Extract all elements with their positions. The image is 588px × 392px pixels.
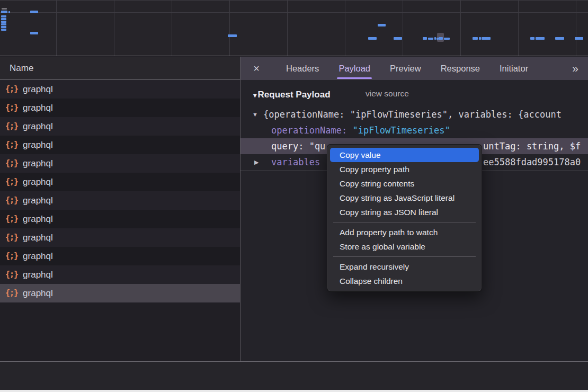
waterfall-bar[interactable] xyxy=(1,23,6,25)
request-row[interactable]: {;}graphql xyxy=(0,173,240,191)
request-row[interactable]: {;}graphql xyxy=(0,284,240,302)
tree-row-root[interactable]: ▼ {operationName: "ipFlowTimeseries", va… xyxy=(240,106,588,122)
waterfall-bar[interactable] xyxy=(1,26,6,28)
name-column-header[interactable]: Name xyxy=(0,57,240,80)
json-icon: {;} xyxy=(5,233,18,242)
waterfall-bar[interactable] xyxy=(555,37,564,40)
tab-bar: × HeadersPayloadPreviewResponseInitiator… xyxy=(240,57,588,80)
waterfall-bar[interactable] xyxy=(444,38,450,40)
menu-item-copy-string-contents[interactable]: Copy string contents xyxy=(330,176,479,191)
menu-item-add-property-path-to-watch[interactable]: Add property path to watch xyxy=(330,225,479,239)
waterfall-bar[interactable] xyxy=(1,29,6,31)
tab-headers[interactable]: Headers xyxy=(286,57,319,80)
waterfall-bar[interactable] xyxy=(423,37,427,40)
request-row[interactable]: {;}graphql xyxy=(0,117,240,136)
query-text-right: untTag: string, $f xyxy=(483,138,581,154)
request-row[interactable]: {;}graphql xyxy=(0,210,240,228)
footer-strip xyxy=(0,361,588,390)
tab-preview[interactable]: Preview xyxy=(390,57,421,80)
waterfall-bar[interactable] xyxy=(368,37,377,40)
waterfall-bar[interactable] xyxy=(439,37,443,40)
waterfall-bar[interactable] xyxy=(530,37,534,40)
overview-gridline xyxy=(287,1,288,56)
overview-gridline xyxy=(460,1,461,56)
more-tabs-icon[interactable]: » xyxy=(572,62,577,75)
expanded-triangle-icon[interactable]: ▼ xyxy=(252,106,258,122)
overview-gridline xyxy=(114,1,114,56)
context-menu: Copy valueCopy property pathCopy string … xyxy=(327,144,482,292)
close-icon[interactable]: × xyxy=(251,63,262,74)
waterfall-bar[interactable] xyxy=(2,8,7,10)
menu-item-copy-property-path[interactable]: Copy property path xyxy=(330,162,479,176)
json-icon: {;} xyxy=(5,177,18,186)
request-name: graphql xyxy=(23,103,53,113)
menu-item-collapse-children[interactable]: Collapse children xyxy=(330,274,479,288)
overview-strip[interactable] xyxy=(0,0,588,56)
menu-item-copy-string-as-javascript-literal[interactable]: Copy string as JavaScript literal xyxy=(330,191,479,205)
request-list: {;}graphql{;}graphql{;}graphql{;}graphql… xyxy=(0,80,240,361)
request-row[interactable]: {;}graphql xyxy=(0,265,240,284)
menu-separator xyxy=(333,256,476,257)
waterfall-bar[interactable] xyxy=(434,37,436,40)
waterfall-bar[interactable] xyxy=(30,32,38,34)
request-row[interactable]: {;}graphql xyxy=(0,99,240,117)
request-row[interactable]: {;}graphql xyxy=(0,136,240,154)
waterfall-bar[interactable] xyxy=(428,38,433,40)
tree-row-operation-name[interactable]: operationName: "ipFlowTimeseries" xyxy=(240,122,588,138)
tab-payload[interactable]: Payload xyxy=(338,57,370,80)
request-name: graphql xyxy=(23,177,53,188)
waterfall-bar[interactable] xyxy=(8,11,10,13)
request-payload-heading[interactable]: ▾ Request Payload xyxy=(253,88,331,102)
menu-item-expand-recursively[interactable]: Expand recursively xyxy=(330,260,479,274)
collapsed-triangle-icon[interactable]: ▶ xyxy=(254,154,259,170)
window-bottom-edge xyxy=(0,390,588,392)
request-name: graphql xyxy=(23,195,53,206)
waterfall-bar[interactable] xyxy=(228,34,237,37)
waterfall-bar[interactable] xyxy=(1,11,7,13)
tab-response[interactable]: Response xyxy=(441,57,480,80)
request-row[interactable]: {;}graphql xyxy=(0,247,240,265)
request-name: graphql xyxy=(23,270,53,280)
overview-gridline xyxy=(403,1,403,56)
waterfall-bar[interactable] xyxy=(378,24,386,26)
tab-initiator[interactable]: Initiator xyxy=(500,57,528,80)
waterfall-bar[interactable] xyxy=(479,37,481,40)
waterfall-bar[interactable] xyxy=(482,37,491,40)
property-key: operationName: xyxy=(271,125,353,136)
overview-gridline xyxy=(229,1,230,56)
waterfall-bar[interactable] xyxy=(575,37,583,40)
devtools-network-panel: Name × HeadersPayloadPreviewResponseInit… xyxy=(0,0,588,392)
waterfall-bar[interactable] xyxy=(1,15,6,17)
waterfall-bar[interactable] xyxy=(394,37,402,40)
waterfall-bar[interactable] xyxy=(1,21,6,23)
json-icon: {;} xyxy=(5,251,18,261)
menu-item-copy-value[interactable]: Copy value xyxy=(330,148,479,162)
overview-gridline xyxy=(345,1,345,56)
request-row[interactable]: {;}graphql xyxy=(0,191,240,210)
overview-gridline xyxy=(172,1,172,56)
overview-gridline xyxy=(576,1,576,56)
request-name: graphql xyxy=(23,233,53,243)
overview-gridline xyxy=(518,1,519,56)
menu-item-store-as-global-variable[interactable]: Store as global variable xyxy=(330,239,479,254)
request-name: graphql xyxy=(23,251,53,262)
json-icon: {;} xyxy=(5,121,18,131)
view-source-link[interactable]: view source xyxy=(366,89,409,99)
waterfall-bar[interactable] xyxy=(473,37,478,40)
json-icon: {;} xyxy=(5,103,18,112)
json-icon: {;} xyxy=(5,270,18,279)
section-triangle-icon: ▾ xyxy=(253,91,257,99)
request-row[interactable]: {;}graphql xyxy=(0,154,240,173)
name-column-label: Name xyxy=(10,63,33,74)
waterfall-bar[interactable] xyxy=(30,11,38,13)
json-icon: {;} xyxy=(5,195,18,205)
waterfall-bar[interactable] xyxy=(1,18,6,20)
overview-horizontal-gridline xyxy=(0,12,588,13)
panel-divider[interactable] xyxy=(240,57,240,390)
request-name: graphql xyxy=(23,158,53,169)
request-row[interactable]: {;}graphql xyxy=(0,228,240,247)
request-row[interactable]: {;}graphql xyxy=(0,80,240,99)
menu-item-copy-string-as-json-literal[interactable]: Copy string as JSON literal xyxy=(330,205,479,219)
waterfall-bar[interactable] xyxy=(536,37,545,40)
request-name: graphql xyxy=(23,140,53,150)
